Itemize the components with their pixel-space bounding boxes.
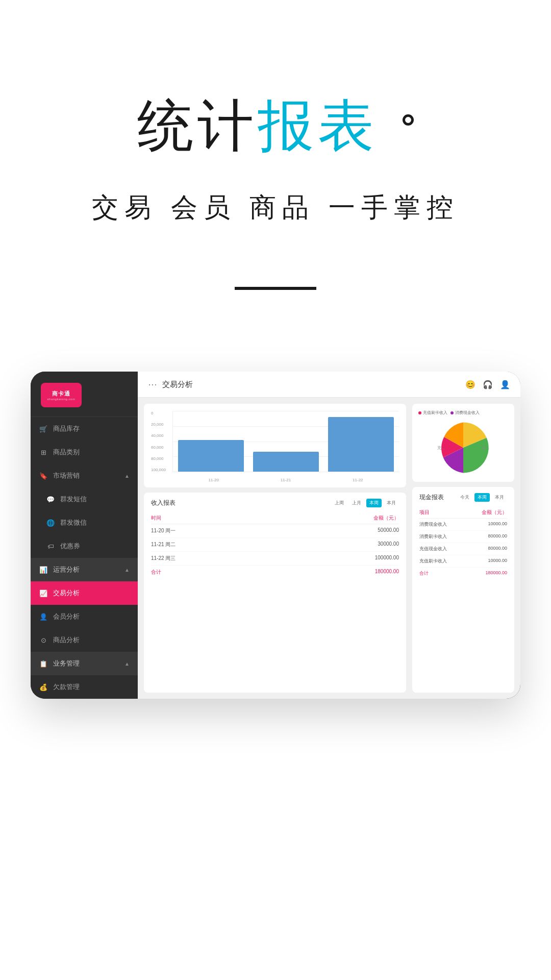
header-left: ⋯ 交易分析 <box>148 379 193 390</box>
cash-label-2: 消费刷卡收入 <box>419 533 488 540</box>
sidebar-label-trading: 交易分析 <box>53 589 130 598</box>
logo-box: 商卡通 shangkatong.com <box>41 383 82 407</box>
cell-amount-2: 30000.00 <box>275 541 399 548</box>
legend-label-1: 充值刷卡收入 <box>423 410 447 415</box>
menu-dots-icon[interactable]: ⋯ <box>148 379 157 390</box>
main-content: ⋯ 交易分析 😊 🎧 👤 100,000 <box>138 372 520 699</box>
cell-time-3: 11-22 周三 <box>151 555 275 562</box>
y-label-3: 60,000 <box>151 445 166 450</box>
sidebar-label-inventory: 商品库存 <box>53 424 130 433</box>
sidebar-item-inventory[interactable]: 🛒 商品库存 <box>31 417 138 440</box>
cash-label-1: 消费现金收入 <box>419 521 488 528</box>
tag-icon: 🏷 <box>46 542 55 551</box>
pie-legend: 充值刷卡收入 消费现金收入 <box>418 410 508 415</box>
left-panel: 100,000 80,000 60,000 40,000 20,000 0 <box>144 404 406 693</box>
sidebar-label-sms: 群发短信 <box>60 495 130 504</box>
bar-group-1122 <box>328 411 394 472</box>
sidebar-item-debt[interactable]: 💰 欠款管理 <box>31 675 138 699</box>
bar-group-1121 <box>253 411 319 472</box>
right-panel: 充值刷卡收入 消费现金收入 <box>412 404 514 693</box>
cash-total-label: 合计 <box>419 570 485 577</box>
business-icon: 📋 <box>39 659 48 668</box>
sidebar-label-operations: 运营分析 <box>53 565 124 574</box>
cash-total-row: 合计 180000.00 <box>419 568 507 579</box>
bar-group-1120 <box>178 411 244 472</box>
income-row-1: 11-20 周一 50000.00 <box>151 524 399 538</box>
header-title: 交易分析 <box>162 380 193 389</box>
bookmark-icon: 🔖 <box>39 471 48 480</box>
sidebar-label-business: 业务管理 <box>53 659 124 668</box>
pie-svg <box>435 420 491 476</box>
y-label-2: 40,000 <box>151 433 166 438</box>
sidebar-item-wechat[interactable]: 🌐 群发微信 <box>31 511 138 534</box>
chevron-up2-icon: ▲ <box>124 661 130 667</box>
sidebar-item-coupon[interactable]: 🏷 优惠券 <box>31 534 138 558</box>
cash-amount-1: 10000.00 <box>488 521 507 528</box>
cash-row-4: 充值刷卡收入 10000.00 <box>419 555 507 568</box>
cash-amount-4: 10000.00 <box>488 558 507 565</box>
emoji-icon[interactable]: 😊 <box>465 380 475 389</box>
logo-en: shangkatong.com <box>47 398 76 401</box>
tab-last-week[interactable]: 上周 <box>332 499 347 507</box>
tab-last-month[interactable]: 上月 <box>349 499 364 507</box>
trend-icon: 📈 <box>39 589 48 598</box>
sidebar-item-category[interactable]: ⊞ 商品类别 <box>31 440 138 464</box>
tab-this-week-cash[interactable]: 本周 <box>474 493 490 502</box>
sidebar-label-category: 商品类别 <box>53 448 130 457</box>
header-icons: 😊 🎧 👤 <box>465 380 510 389</box>
cell-time-2: 11-21 周二 <box>151 541 275 548</box>
pie-chart-card: 充值刷卡收入 消费现金收入 <box>412 404 514 482</box>
bars-container <box>172 411 399 472</box>
tab-this-month-cash[interactable]: 本月 <box>492 493 507 502</box>
legend-label-2: 消费现金收入 <box>455 410 480 415</box>
logo-cn: 商卡通 <box>52 390 70 398</box>
bar-1121 <box>253 452 319 472</box>
y-label-4: 80,000 <box>151 456 166 461</box>
sidebar-item-sms[interactable]: 💬 群发短信 <box>31 487 138 511</box>
charts-area: 100,000 80,000 60,000 40,000 20,000 0 <box>138 398 520 699</box>
cash-table-header: 项目 金额（元） <box>419 507 507 519</box>
cash-table-card: 现金报表 今天 本周 本月 项目 金额（元） 消费现金收 <box>412 487 514 693</box>
y-label-0: 0 <box>151 411 166 415</box>
cash-label-4: 充值刷卡收入 <box>419 558 488 565</box>
col-amount-header: 金额（元） <box>275 514 399 522</box>
y-label-5: 100,000 <box>151 468 166 472</box>
sidebar-item-marketing[interactable]: 🔖 市场营销 ▲ <box>31 464 138 487</box>
sidebar-item-operations[interactable]: 📊 运营分析 ▲ <box>31 558 138 581</box>
sidebar-logo: 商卡通 shangkatong.com <box>31 372 138 417</box>
income-table-header: 时间 金额（元） <box>151 512 399 524</box>
member-icon: 👤 <box>39 612 48 621</box>
dashboard-section: 商卡通 shangkatong.com 🛒 商品库存 ⊞ 商品类别 🔖 市场营销… <box>0 321 551 750</box>
sidebar-item-trading[interactable]: 📈 交易分析 <box>31 581 138 605</box>
income-row-3: 11-22 周三 100000.00 <box>151 552 399 566</box>
x-label-1: 11-20 <box>208 478 218 482</box>
dot-icon <box>403 114 414 126</box>
hero-title: 统计报表 <box>0 92 551 159</box>
sidebar-item-business[interactable]: 📋 业务管理 ▲ <box>31 652 138 675</box>
cell-amount-1: 50000.00 <box>275 527 399 534</box>
income-row-2: 11-21 周二 30000.00 <box>151 538 399 552</box>
y-label-1: 20,000 <box>151 422 166 427</box>
income-title: 收入报表 <box>151 499 176 507</box>
y-axis: 100,000 80,000 60,000 40,000 20,000 0 <box>151 411 166 472</box>
chat-icon: 💬 <box>46 495 55 504</box>
income-total-amount: 180000.00 <box>275 569 399 576</box>
cash-col-amount: 金额（元） <box>463 509 507 516</box>
tab-this-month[interactable]: 本月 <box>384 499 399 507</box>
cash-row-1: 消费现金收入 10000.00 <box>419 519 507 531</box>
sidebar-label-products: 商品分析 <box>53 635 130 645</box>
legend-dot-2 <box>450 411 454 414</box>
col-time-header: 时间 <box>151 514 275 522</box>
chart-icon: 📊 <box>39 565 48 574</box>
hero-subtitle: 交易 会员 商品 一手掌控 <box>0 190 551 226</box>
hero-section: 统计报表 交易 会员 商品 一手掌控 <box>0 0 551 321</box>
tab-today[interactable]: 今天 <box>457 493 472 502</box>
cash-row-3: 充值现金收入 80000.00 <box>419 543 507 555</box>
headphone-icon[interactable]: 🎧 <box>483 380 493 389</box>
user-icon[interactable]: 👤 <box>500 380 510 389</box>
sidebar-item-members[interactable]: 👤 会员分析 <box>31 605 138 628</box>
chevron-down-icon: ▲ <box>124 567 130 573</box>
sidebar-item-products[interactable]: ⊙ 商品分析 <box>31 628 138 652</box>
income-card-header: 收入报表 上周 上月 本周 本月 <box>151 499 399 507</box>
tab-this-week[interactable]: 本周 <box>366 499 382 507</box>
